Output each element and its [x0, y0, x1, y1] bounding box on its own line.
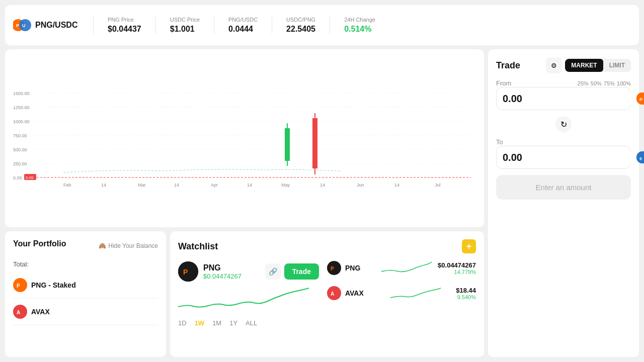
portfolio-item-png-staked: P PNG - Staked [13, 272, 158, 299]
svg-text:A: A [17, 310, 20, 315]
to-amount-input[interactable] [503, 152, 632, 163]
png-sparkline [379, 260, 434, 276]
portfolio-panel: Your Portfolio 🙈 Hide Your Balance Total… [5, 231, 166, 357]
watchlist-header: Watchlist + [178, 239, 476, 253]
time-1w[interactable]: 1W [195, 319, 205, 327]
watchlist-link-btn[interactable]: 🔗 [265, 263, 281, 280]
avax-name: AVAX [31, 308, 50, 316]
png-price-label: PNG Price [108, 17, 141, 23]
wl-row-png: P PNG $0.04474267 14.779% [327, 257, 476, 279]
wl-avax-icon: A [327, 286, 341, 300]
png-price-value: $0.04437 [108, 25, 141, 34]
to-label-row: To [496, 138, 631, 146]
watchlist-trade-btn[interactable]: Trade [284, 263, 319, 280]
total-label: Total: [13, 260, 29, 268]
svg-text:14: 14 [394, 183, 399, 188]
usdc-price-value: $1.001 [170, 25, 200, 34]
time-all[interactable]: ALL [246, 319, 257, 327]
time-1d[interactable]: 1D [178, 319, 187, 327]
enter-amount-btn[interactable]: Enter an amount [496, 175, 631, 200]
svg-text:Feb: Feb [63, 183, 71, 188]
pct-75-btn[interactable]: 75% [604, 80, 615, 86]
svg-text:500.00: 500.00 [13, 147, 27, 152]
svg-text:A: A [331, 291, 334, 297]
change-label: 24H Change [344, 17, 375, 23]
svg-text:P: P [639, 97, 642, 102]
svg-rect-24 [312, 118, 317, 168]
svg-text:0.05: 0.05 [26, 175, 34, 180]
trade-header-right: ⚙ MARKET LIMIT [546, 57, 631, 73]
svg-text:Jul: Jul [435, 183, 441, 188]
from-label-row: From 25% 50% 75% 100% [496, 79, 631, 87]
watchlist-content: P PNG $0.04474267 🔗 Trade [178, 257, 476, 327]
svg-text:P: P [16, 23, 19, 28]
market-limit-toggle: MARKET LIMIT [565, 59, 631, 72]
watchlist-actions: 🔗 Trade [265, 263, 319, 280]
png-mini-chart-svg [178, 286, 309, 313]
to-input-row: $ USDC ▼ [496, 146, 631, 169]
market-btn[interactable]: MARKET [565, 59, 603, 72]
svg-point-42 [178, 261, 198, 282]
svg-rect-21 [285, 128, 290, 161]
from-amount-input[interactable] [503, 93, 632, 105]
pct-25-btn[interactable]: 25% [578, 80, 589, 86]
from-input-row: P PNG ▼ [496, 87, 631, 110]
watchlist-png-info: PNG $0.04474267 [203, 263, 242, 280]
wl-avax-price-val: $18.44 [456, 287, 476, 294]
wl-avax-name: AVAX [345, 289, 375, 297]
from-text: From [496, 79, 511, 87]
wl-png-price-block: $0.04474267 14.779% [438, 261, 476, 275]
from-token-icon: P [636, 93, 644, 105]
limit-btn[interactable]: LIMIT [603, 59, 631, 72]
gear-icon: ⚙ [551, 62, 557, 69]
svg-text:Apr: Apr [211, 183, 218, 188]
refresh-icon: ↻ [560, 120, 567, 129]
usdc-png-value: 22.5405 [286, 25, 315, 34]
main-content: 1500.00 1250.00 1000.00 750.00 500.00 25… [5, 49, 639, 357]
wl-png-icon: P [327, 261, 341, 275]
usdc-png-item: USDC/PNG 22.5405 [272, 17, 330, 34]
svg-text:U: U [22, 23, 26, 28]
watchlist-featured: P PNG $0.04474267 🔗 Trade [178, 257, 319, 327]
svg-text:14: 14 [247, 183, 252, 188]
change-item: 24H Change 0.514% [330, 17, 389, 34]
wl-png-change: 14.779% [438, 269, 476, 275]
pct-100-btn[interactable]: 100% [617, 80, 631, 86]
svg-point-44 [327, 261, 341, 275]
trade-header: Trade ⚙ MARKET LIMIT [496, 57, 631, 73]
svg-text:May: May [281, 183, 290, 188]
swap-button[interactable]: ↻ [555, 116, 572, 132]
png-usdc-label: PNG/USDC [228, 17, 258, 23]
svg-text:P: P [331, 266, 334, 272]
to-token-selector[interactable]: $ USDC ▼ [636, 151, 644, 163]
from-token-selector[interactable]: P PNG ▼ [636, 93, 644, 105]
svg-text:P: P [183, 268, 188, 276]
svg-text:Mar: Mar [138, 183, 146, 188]
time-1m[interactable]: 1M [212, 319, 221, 327]
time-1y[interactable]: 1Y [229, 319, 237, 327]
watchlist-featured-item: P PNG $0.04474267 🔗 Trade [178, 257, 319, 286]
add-watchlist-btn[interactable]: + [462, 239, 476, 253]
price-chart: 1500.00 1250.00 1000.00 750.00 500.00 25… [13, 55, 476, 221]
pair-title: PNG/USDC [35, 21, 77, 30]
watchlist-png-name: PNG [203, 263, 242, 273]
watchlist-right-list: P PNG $0.04474267 14.779% [327, 257, 476, 327]
pct-50-btn[interactable]: 50% [591, 80, 602, 86]
settings-button[interactable]: ⚙ [546, 57, 562, 73]
svg-text:14: 14 [320, 183, 325, 188]
to-token-icon: $ [636, 151, 644, 163]
trade-panel: Trade ⚙ MARKET LIMIT From 25% [488, 49, 639, 357]
png-staked-icon: P [13, 278, 27, 292]
pair-icon: P U [13, 16, 31, 34]
change-value: 0.514% [344, 25, 375, 34]
svg-text:Jun: Jun [357, 183, 364, 188]
usdc-png-label: USDC/PNG [286, 17, 315, 23]
hide-balance-btn[interactable]: 🙈 Hide Your Balance [99, 242, 158, 249]
hide-balance-label: Hide Your Balance [108, 242, 158, 249]
svg-text:1500.00: 1500.00 [13, 91, 30, 96]
watchlist-panel: Watchlist + P [170, 231, 484, 357]
svg-text:1250.00: 1250.00 [13, 105, 30, 110]
png-usdc-value: 0.0444 [228, 25, 258, 34]
avax-icon: A [13, 305, 27, 319]
pair-info: P U PNG/USDC [13, 16, 94, 34]
